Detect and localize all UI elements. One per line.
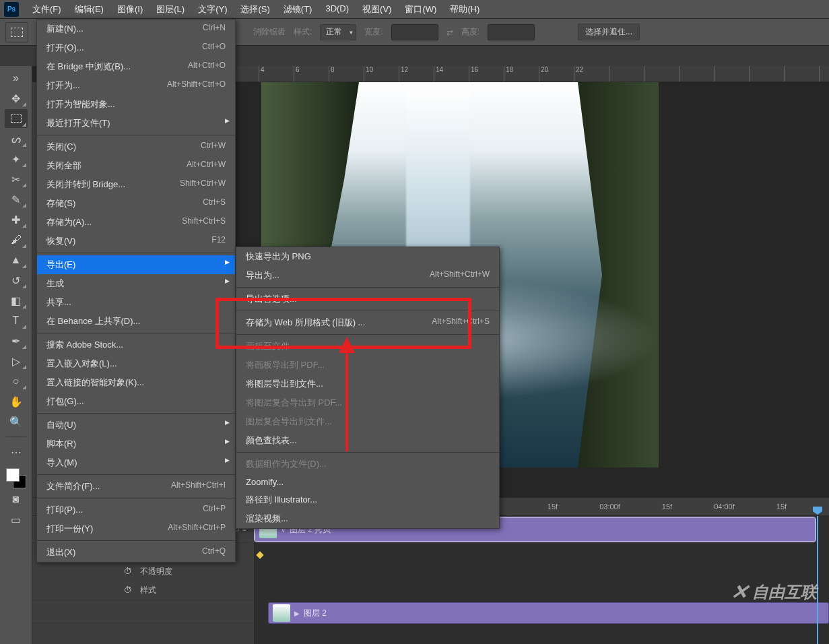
ruler-tick [644, 66, 679, 82]
menu-item[interactable]: 自动(U) [37, 416, 235, 434]
menu-item[interactable]: 帮助(H) [443, 1, 486, 18]
export-submenu: 快速导出为 PNG导出为...Alt+Shift+Ctrl+W导出首选项...存… [236, 247, 500, 529]
menu-item[interactable]: 在 Behance 上共享(D)... [37, 312, 235, 331]
zoom-tool[interactable]: 🔍 [5, 412, 28, 431]
menu-item[interactable]: 搜索 Adobe Stock... [37, 335, 235, 354]
style-property-row[interactable]: ⏱ 样式 [32, 581, 254, 600]
magic-wand-tool[interactable]: ✦ [5, 150, 28, 168]
menu-item[interactable]: 最近打开文件(T) [37, 114, 235, 133]
ruler-tick: 12 [399, 66, 434, 82]
antialias-label: 消除锯齿 [253, 26, 286, 38]
width-label: 宽度: [364, 26, 383, 38]
ruler-tick [784, 66, 819, 82]
menu-item[interactable]: 窗口(W) [398, 1, 443, 18]
submenu-item[interactable]: 快速导出为 PNG [236, 247, 499, 266]
menu-item[interactable]: 新建(N)...Ctrl+N [37, 20, 235, 38]
menu-item[interactable]: 打开为智能对象... [37, 95, 235, 114]
style-dropdown[interactable]: 正常 [320, 24, 356, 40]
tool-preset-icon[interactable] [5, 22, 28, 42]
eyedropper-tool[interactable]: ✎ [5, 190, 28, 209]
submenu-item[interactable]: Zoomify... [236, 474, 499, 490]
edit-toolbar-icon[interactable]: ⋯ [5, 443, 28, 461]
submenu-item: 图层复合导出到文件... [236, 412, 499, 431]
submenu-item[interactable]: 路径到 Illustrator... [236, 490, 499, 509]
stopwatch-icon[interactable]: ⏱ [124, 567, 132, 576]
menu-item[interactable]: 打印一份(Y)Alt+Shift+Ctrl+P [37, 519, 235, 538]
path-selection-tool[interactable]: ▷ [5, 352, 28, 371]
menu-item[interactable]: 关闭(C)Ctrl+W [37, 137, 235, 156]
submenu-item[interactable]: 导出首选项... [236, 290, 499, 309]
menu-item[interactable]: 脚本(R) [37, 434, 235, 453]
opacity-label: 不透明度 [140, 566, 172, 577]
menu-item[interactable]: 文件(F) [26, 1, 68, 18]
shape-tool[interactable]: ○ [5, 372, 28, 391]
ruler-tick: 22 [574, 66, 609, 82]
eraser-tool[interactable]: ◧ [5, 291, 28, 310]
move-tool[interactable]: ✥ [5, 89, 28, 108]
menu-item[interactable]: 视图(V) [356, 1, 398, 18]
timeline-layer-row[interactable] [32, 600, 254, 624]
submenu-item[interactable]: 颜色查找表... [236, 431, 499, 450]
submenu-item[interactable]: 将图层导出到文件... [236, 375, 499, 393]
menu-item[interactable]: 生成 [37, 274, 235, 293]
history-brush-tool[interactable]: ↺ [5, 271, 28, 290]
menu-item[interactable]: 打开(O)...Ctrl+O [37, 38, 235, 57]
menu-item[interactable]: 选择(S) [234, 1, 276, 18]
timeline-tracks[interactable]: ∨ 图层 2 拷贝 ▶ 图层 2 [255, 516, 829, 644]
height-input [488, 24, 535, 40]
opacity-property-row[interactable]: ⏱ 不透明度 [32, 562, 254, 581]
collapse-icon[interactable]: » [5, 69, 28, 88]
menu-item[interactable]: 打印(P)...Ctrl+P [37, 501, 235, 519]
menu-item[interactable]: 关闭全部Alt+Ctrl+W [37, 156, 235, 175]
keyframe-marker[interactable] [256, 551, 263, 558]
submenu-item[interactable]: 渲染视频... [236, 509, 499, 528]
menu-item[interactable]: 编辑(E) [68, 1, 110, 18]
menu-item[interactable]: 恢复(V)F12 [37, 232, 235, 251]
menu-item[interactable]: 置入嵌入对象(L)... [37, 354, 235, 373]
menu-item[interactable]: 图层(L) [150, 1, 191, 18]
stopwatch-icon[interactable]: ⏱ [124, 585, 132, 595]
ruler-tick [609, 66, 644, 82]
menu-item[interactable]: 存储为(A)...Shift+Ctrl+S [37, 213, 235, 232]
screen-mode-icon[interactable]: ▭ [5, 510, 28, 529]
menu-item[interactable]: 退出(X)Ctrl+Q [37, 543, 235, 562]
menu-item[interactable]: 打包(G)... [37, 392, 235, 411]
time-tick: 15f [524, 503, 581, 511]
ruler-tick: 16 [469, 66, 504, 82]
menu-item[interactable]: 置入链接的智能对象(K)... [37, 373, 235, 392]
healing-brush-tool[interactable]: ✚ [5, 210, 28, 229]
clone-stamp-tool[interactable]: ▲ [5, 251, 28, 269]
menu-item[interactable]: 打开为...Alt+Shift+Ctrl+O [37, 76, 235, 95]
submenu-item[interactable]: 导出为...Alt+Shift+Ctrl+W [236, 266, 499, 285]
select-and-mask-button[interactable]: 选择并遮住... [578, 24, 640, 40]
time-tick: 04:00f [696, 503, 753, 511]
pen-tool[interactable]: ✒ [5, 331, 28, 350]
menu-item[interactable]: 文件简介(F)...Alt+Shift+Ctrl+I [37, 477, 235, 496]
menu-item[interactable]: 文字(Y) [191, 1, 234, 18]
ruler-tick: 20 [539, 66, 574, 82]
menu-item[interactable]: 图像(I) [110, 1, 150, 18]
timeline-clip[interactable]: ▶ 图层 2 [268, 602, 829, 624]
menu-item[interactable]: 在 Bridge 中浏览(B)...Alt+Ctrl+O [37, 57, 235, 76]
menu-item[interactable]: 导入(M) [37, 453, 235, 472]
menu-item[interactable]: 3D(D) [319, 1, 356, 18]
type-tool[interactable]: T [5, 311, 28, 330]
marquee-tool[interactable] [5, 109, 28, 128]
submenu-item: 数据组作为文件(D)... [236, 455, 499, 474]
menu-item[interactable]: 滤镜(T) [277, 1, 319, 18]
ruler-tick: 18 [504, 66, 539, 82]
playhead[interactable] [817, 516, 818, 644]
hand-tool[interactable]: ✋ [5, 392, 28, 411]
swap-icon[interactable]: ⇄ [446, 28, 453, 37]
lasso-tool[interactable]: ᔕ [5, 129, 28, 148]
menu-item[interactable]: 存储(S)Ctrl+S [37, 194, 235, 213]
menu-item[interactable]: 共享... [37, 293, 235, 312]
submenu-item[interactable]: 存储为 Web 所用格式 (旧版) ...Alt+Shift+Ctrl+S [236, 313, 499, 332]
menu-item[interactable]: 导出(E) [37, 255, 235, 274]
quick-mask-icon[interactable]: ◙ [5, 490, 28, 509]
brush-tool[interactable]: 🖌 [5, 230, 28, 249]
foreground-color[interactable] [6, 468, 20, 482]
color-swatches[interactable] [6, 468, 26, 488]
menu-item[interactable]: 关闭并转到 Bridge...Shift+Ctrl+W [37, 175, 235, 194]
crop-tool[interactable]: ✂ [5, 170, 28, 189]
